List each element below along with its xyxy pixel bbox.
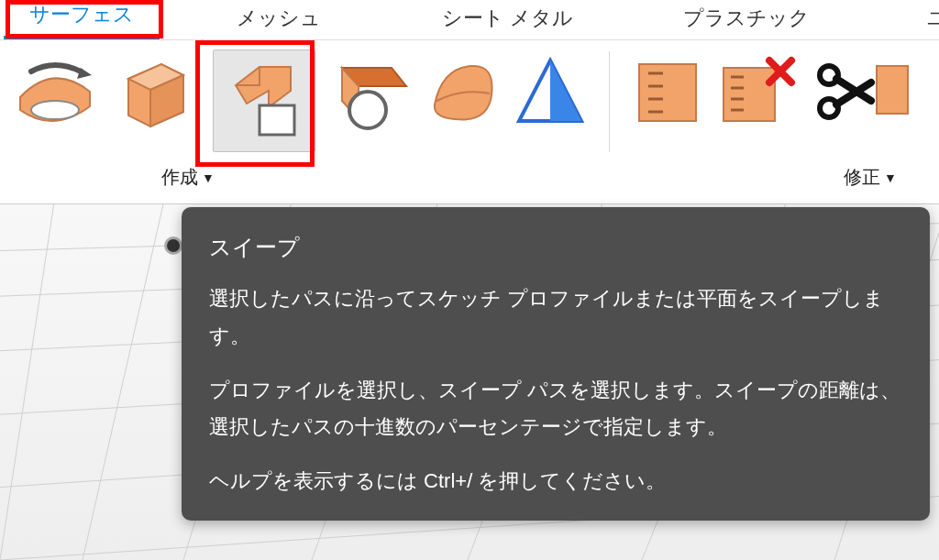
toolbar-divider [609, 51, 610, 152]
svg-point-0 [31, 101, 79, 119]
svg-rect-5 [260, 105, 294, 135]
tab-surface[interactable]: サーフェス [4, 0, 160, 39]
svg-rect-11 [639, 64, 696, 121]
presspull-delete-icon [718, 55, 797, 134]
trim-icon [811, 55, 911, 134]
timeline-dot [164, 236, 182, 255]
tool-box[interactable] [114, 49, 196, 139]
group-label-modify[interactable]: 修正 ▼ [844, 165, 897, 190]
tab-utility[interactable]: ユーティリ [901, 0, 939, 39]
tool-plane[interactable] [510, 49, 592, 139]
tool-sweep[interactable] [213, 49, 315, 152]
revolve-icon [11, 55, 101, 134]
patch-icon [424, 55, 499, 134]
ribbon-toolbar: 作成 ▼ 修正 ▼ [0, 40, 939, 196]
tool-revolve[interactable] [6, 49, 106, 139]
loft-icon [335, 55, 410, 134]
tool-loft[interactable] [332, 49, 413, 139]
dropdown-arrow-icon: ▼ [202, 170, 215, 185]
dropdown-arrow-icon: ▼ [884, 170, 897, 185]
tooltip-title: スイープ [209, 227, 902, 268]
tool-presspull[interactable] [626, 49, 709, 139]
svg-rect-27 [877, 66, 908, 114]
tool-patch[interactable] [420, 49, 503, 139]
plane-icon [514, 55, 589, 134]
box-icon [117, 55, 193, 134]
tooltip-paragraph-3: ヘルプを表示するには Ctrl+/ を押してください。 [209, 463, 902, 500]
tab-plastic[interactable]: プラスチック [657, 0, 835, 39]
group-label-create-text: 作成 [161, 165, 198, 190]
ribbon-tabbar: サーフェス メッシュ シート メタル プラスチック ユーティリ [0, 0, 939, 40]
tab-mesh[interactable]: メッシュ [211, 0, 347, 39]
group-label-modify-text: 修正 [844, 165, 880, 190]
tab-sheetmetal[interactable]: シート メタル [416, 0, 599, 39]
svg-point-8 [349, 92, 386, 128]
group-label-create[interactable]: 作成 ▼ [161, 165, 215, 190]
tool-presspull-delete[interactable] [716, 49, 799, 139]
svg-line-35 [83, 196, 165, 560]
tooltip-paragraph-1: 選択したパスに沿ってスケッチ プロファイルまたは平面をスイープします。 [209, 280, 902, 355]
tooltip-sweep: スイープ 選択したパスに沿ってスケッチ プロファイルまたは平面をスイープします。… [182, 207, 930, 521]
tooltip-paragraph-2: プロファイルを選択し、スイープ パスを選択します。スイープの距離は、選択したパス… [209, 372, 902, 446]
sweep-icon [219, 54, 309, 148]
presspull-icon [632, 55, 703, 134]
tool-trim[interactable] [806, 49, 916, 139]
